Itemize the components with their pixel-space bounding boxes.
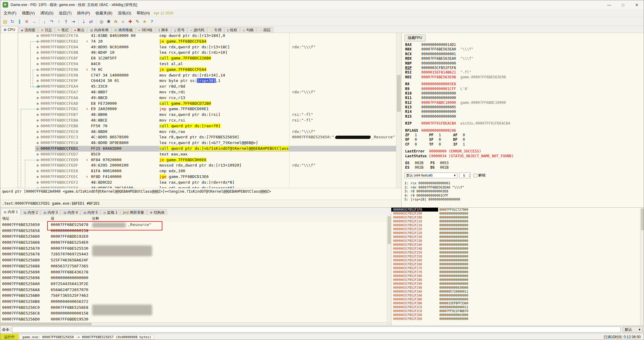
stack-row[interactable]: 0000003CFB52F2D00000000000003000: [391, 313, 644, 317]
breakpoint-dot[interactable]: [37, 119, 39, 122]
disasm-row[interactable]: 00007FF6BDCCFE8449:8D95 8C010000lea rdx,…: [0, 44, 396, 50]
register-row[interactable]: RBX00007FF6BE563EA0"\\\f": [402, 47, 644, 52]
breakpoint-dot[interactable]: [37, 80, 39, 82]
dump-row[interactable]: 00007FF6BE5256A8656A624F72657070: [0, 287, 387, 293]
restart-icon[interactable]: ↻: [9, 18, 16, 25]
disasm-row[interactable]: 00007FF6BDCCFEDF49:6395 20090100movsxd r…: [0, 163, 396, 168]
dump-row[interactable]: 00007FF6BE5256C80000000000000158: [0, 310, 387, 316]
tab-references[interactable]: →引用: [207, 27, 224, 33]
dump-row[interactable]: 00007FF6BE525680525F7463656A624F: [0, 257, 387, 263]
breakpoint-dot[interactable]: [37, 187, 39, 188]
register-row[interactable]: GS002BFS0053: [402, 161, 644, 165]
register-row[interactable]: RFLAGS0000000000000246: [402, 128, 644, 133]
stack-row[interactable]: 0000003CFB52F2D80000000000000000: [391, 317, 644, 321]
dump-tab-dump2[interactable]: ▤内存 2: [21, 209, 40, 215]
tab-script[interactable]: §脚本: [156, 27, 171, 33]
open-file-icon[interactable]: ▤: [2, 18, 9, 25]
hide-fpu-button[interactable]: 隐藏FPU: [405, 35, 426, 41]
argument-row[interactable]: 3: r8 00000000000003E8: [402, 189, 464, 194]
breakpoint-dot[interactable]: [37, 108, 39, 110]
tab-source[interactable]: ‹›源代码: [188, 27, 207, 33]
stack-row[interactable]: 0000003CFB52F2180000000000000000: [391, 223, 644, 227]
run-icon[interactable]: →: [30, 18, 38, 25]
argument-row[interactable]: 1: rcx 0000000000000001: [402, 181, 464, 185]
stack-row[interactable]: 0000003CFB52F2400000000000000000: [391, 243, 644, 247]
breakpoint-dot[interactable]: [37, 170, 39, 172]
disasm-row[interactable]: 00007FF6BDCCFEBDFF50 70call qword ptr ds…: [0, 123, 396, 129]
breakpoint-dot[interactable]: [37, 74, 39, 77]
disasm-row[interactable]: 00007FF6BDCCFED90F84 07020000∨je game.7F…: [0, 157, 396, 163]
stack-row[interactable]: 0000003CFB52F2000000000000000000: [391, 212, 644, 215]
register-row[interactable]: OF0SF0DF0: [402, 137, 644, 142]
minimize-button[interactable]: —: [602, 0, 616, 9]
disasm-row[interactable]: 00007FF6BDCCFEA445:33C0xor r8d,r8d: [0, 84, 396, 89]
register-row[interactable]: R130000000000000005: [402, 105, 644, 110]
tab-trace[interactable]: ⋯跟踪: [257, 27, 273, 33]
menu-item-3[interactable]: 追踪(T): [56, 10, 74, 17]
register-row[interactable]: RDI00007FF6BE563E98game.00007FF6BE563E98: [402, 75, 644, 80]
stack-row[interactable]: 0000003CFB52F2500000000000000000: [391, 251, 644, 254]
stack-row[interactable]: 0000003CFB52F2800000000000000000: [391, 274, 644, 278]
stack-row[interactable]: 0000003CFB52F1F800007FF91C727060: [391, 208, 644, 212]
stack-row[interactable]: 0000003CFB52F2380000000000000000: [391, 239, 644, 243]
stack-row[interactable]: 0000003CFB52F2C00000000000000011: [391, 305, 644, 309]
stack-scrollbar[interactable]: [640, 208, 644, 325]
disasm-row[interactable]: 00007FF6BDCCFE9674 0C∨je game.7FF6BDCCFE…: [0, 67, 396, 73]
dump-row[interactable]: 00007FF6BE5256B0756F7365525F7463: [0, 293, 387, 299]
favourites-icon[interactable]: ★: [141, 18, 148, 25]
dump-row[interactable]: 00007FF6BE5256A06972544356413F2E: [0, 281, 387, 287]
stack-row[interactable]: 0000003CFB52F2100000000000000000: [391, 219, 644, 223]
dump-tab-dump1[interactable]: ▤内存 1: [1, 209, 20, 215]
breakpoint-dot[interactable]: [37, 182, 39, 184]
breakpoint-dot[interactable]: [37, 97, 39, 99]
disasm-row[interactable]: 00007FF6BDCCFE7A41:83BD 84010000 00cmp d…: [0, 33, 396, 39]
command-profile-select[interactable]: 默认 ▾: [623, 326, 642, 332]
dump-scrollbar[interactable]: [387, 215, 391, 322]
stack-row[interactable]: 0000003CFB52F2280000000000000000: [391, 231, 644, 235]
tab-breakpoints[interactable]: ●断点: [71, 27, 87, 33]
breakpoint-dot[interactable]: [37, 136, 39, 138]
comment-icon[interactable]: ✎: [134, 18, 141, 25]
step-over-icon[interactable]: ↷: [48, 18, 55, 25]
disasm-row[interactable]: 00007FF6BDCCFEE681FA 00010000cmp edx,100: [0, 168, 396, 174]
menu-item-4[interactable]: 插件(P): [74, 10, 93, 17]
disasm-row[interactable]: 00007FF6BDCCFEB748:8B06mov rax,qword ptr…: [0, 112, 396, 118]
disasm-row[interactable]: 00007FF6BDCCFEB2E9 2A020000∨jmp game.7FF…: [0, 106, 396, 112]
register-row[interactable]: RAX00000000000014D1: [402, 43, 644, 47]
disassembly-scrollbar-thumb[interactable]: [397, 75, 401, 112]
skip-icon[interactable]: ⇥: [70, 18, 77, 25]
settings-icon[interactable]: ✱: [105, 18, 112, 25]
stack-row[interactable]: 0000003CFB52F2080000000000000000: [391, 215, 644, 219]
argument-depth-stepper[interactable]: 5 ▴ ▾: [459, 173, 471, 178]
register-row[interactable]: RCX0000000000000001: [402, 52, 644, 56]
stack-scrollbar-thumb[interactable]: [641, 209, 644, 230]
stack-row[interactable]: 0000003CFB52F2C800007FF921F4B870: [391, 309, 644, 313]
register-row[interactable]: R150000000000000000: [402, 114, 644, 119]
argument-row[interactable]: 4: r9 0000000000001CFF: [402, 194, 464, 198]
register-row[interactable]: RSP0000003CFB52F5F8: [402, 66, 644, 70]
breakpoint-dot[interactable]: [37, 46, 39, 48]
dump-row[interactable]: 00007FF6BE52567000007FF6BE525530: [0, 245, 387, 251]
help-icon[interactable]: ?: [148, 18, 155, 25]
breakpoint-dot[interactable]: [37, 153, 39, 155]
dump-horizontal-scrollbar-thumb[interactable]: [1, 323, 92, 325]
dump-row[interactable]: 00007FF6BE52568800656372756F7365: [0, 263, 387, 269]
register-row[interactable]: R90000000000001CFFL'8': [402, 87, 644, 91]
dump-row[interactable]: 00007FF6BE5256B80000004040656372: [0, 299, 387, 305]
dump-tab-dump4[interactable]: ▤内存 4: [61, 209, 80, 215]
tab-call-stack[interactable]: ☰调用堆栈: [112, 27, 135, 33]
stack-row[interactable]: 0000003CFB52F2700000000000000000: [391, 266, 644, 270]
register-row[interactable]: ZF1PF1AF0: [402, 133, 644, 137]
stack-row[interactable]: 0000003CFB52F2B00000000000000000: [391, 297, 644, 301]
disasm-row[interactable]: 00007FF6BDCCFE98C747 34 14000000mov dwor…: [0, 73, 396, 78]
dump-tab-watch1[interactable]: ◎监视 1: [101, 209, 120, 215]
disasm-row[interactable]: 00007FF6BDCCFE8B48:8D4F 10lea rcx,qword …: [0, 50, 396, 56]
dump-tab-dump5[interactable]: ▤内存 5: [81, 209, 100, 215]
tab-threads[interactable]: ∥线程: [224, 27, 240, 33]
tab-log[interactable]: ≣日志: [38, 27, 55, 33]
menu-item-7[interactable]: 帮助(H): [134, 10, 152, 17]
dump-row[interactable]: 00007FF6BE52566000007FF6BDD192E0: [0, 233, 387, 239]
register-row[interactable]: RDX00007FF6BE563EA0"\\\f": [402, 56, 644, 61]
dump-row[interactable]: 00007FF6BE52569000007FF6BE436178: [0, 269, 387, 275]
dump-tab-struct[interactable]: ❖结构体: [147, 209, 167, 215]
